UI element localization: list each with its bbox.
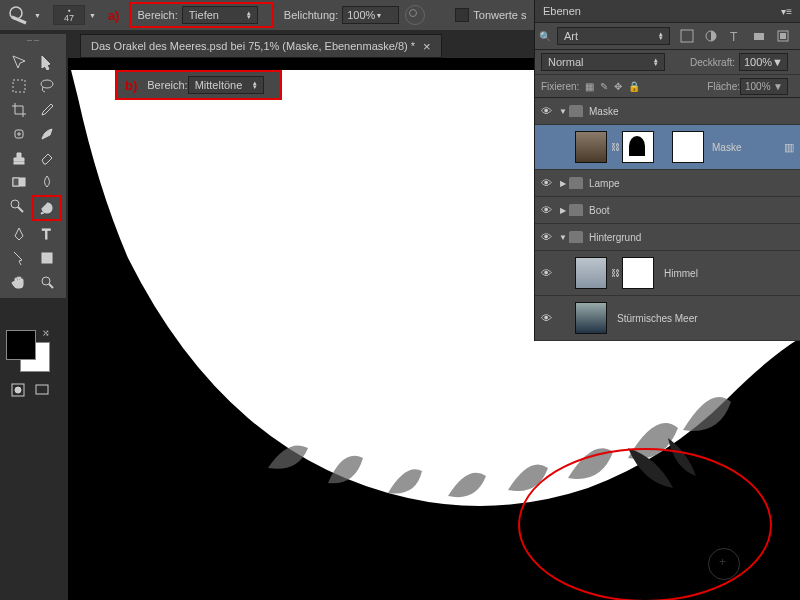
type-tool[interactable]: T: [34, 223, 60, 245]
svg-rect-16: [36, 385, 48, 394]
move-tool[interactable]: [6, 51, 32, 73]
fill-input[interactable]: 100%▼: [740, 78, 788, 95]
expand-icon[interactable]: ▼: [557, 107, 569, 116]
visibility-icon[interactable]: 👁: [535, 177, 557, 189]
expand-icon[interactable]: ▶: [557, 206, 569, 215]
visibility-icon[interactable]: 👁: [535, 267, 557, 279]
folder-icon: [569, 231, 583, 243]
layer-group[interactable]: 👁 ▶ Lampe: [535, 170, 800, 197]
move-arrow-tool[interactable]: [34, 51, 60, 73]
layer-group[interactable]: 👁 ▼ Hintergrund: [535, 224, 800, 251]
filter-adjust-icon[interactable]: [704, 29, 718, 43]
lock-trans-icon[interactable]: ▦: [585, 81, 594, 92]
svg-line-13: [49, 284, 53, 288]
shape-tool[interactable]: [34, 247, 60, 269]
filter-smart-icon[interactable]: [776, 29, 790, 43]
layer-mask-thumb[interactable]: [622, 131, 654, 163]
layer-thumb[interactable]: [575, 302, 607, 334]
svg-rect-2: [13, 80, 25, 92]
layer-mask2-thumb[interactable]: [672, 131, 704, 163]
filter-icon[interactable]: ▥: [784, 141, 794, 154]
layer-thumb[interactable]: [575, 131, 607, 163]
lock-pos-icon[interactable]: ✥: [614, 81, 622, 92]
lock-all-icon[interactable]: 🔒: [628, 81, 640, 92]
hand-tool[interactable]: [6, 271, 32, 293]
layers-panel-tab[interactable]: Ebenen ▾≡: [535, 0, 800, 23]
visibility-icon[interactable]: 👁: [535, 231, 557, 243]
layers-panel: Ebenen ▾≡ 🔍 Art▴▾ T Normal▴▾ Deckkraft: …: [534, 0, 800, 341]
layer-mask-thumb[interactable]: [622, 257, 654, 289]
range-dropdown-a[interactable]: Tiefen▴▾: [182, 6, 258, 24]
exposure-input[interactable]: 100%▼: [342, 6, 399, 24]
annotation-b-label: b): [125, 78, 137, 93]
range-highlight-b: b) Bereich: Mitteltöne▴▾: [115, 70, 282, 100]
folder-icon: [569, 204, 583, 216]
svg-rect-7: [13, 178, 19, 186]
brush-preview[interactable]: 47: [53, 5, 85, 25]
svg-point-8: [11, 200, 19, 208]
dodge-tool[interactable]: [4, 195, 30, 217]
svg-point-15: [15, 387, 21, 393]
visibility-icon[interactable]: 👁: [535, 312, 557, 324]
annotation-a-label: a): [108, 8, 120, 23]
lock-paint-icon[interactable]: ✎: [600, 81, 608, 92]
protect-tones-checkbox[interactable]: [455, 8, 469, 22]
burn-tool[interactable]: [32, 195, 62, 221]
layer-item[interactable]: ⛓ Maske ▥: [535, 125, 800, 170]
svg-rect-17: [681, 30, 693, 42]
airbrush-icon[interactable]: [405, 5, 425, 25]
folder-icon: [569, 177, 583, 189]
svg-point-12: [42, 277, 50, 285]
visibility-icon[interactable]: 👁: [535, 204, 557, 216]
layer-item[interactable]: 👁 ⛓ Himmel: [535, 251, 800, 296]
range-label: Bereich:: [137, 9, 177, 21]
lasso-tool[interactable]: [34, 75, 60, 97]
layer-thumb[interactable]: [575, 257, 607, 289]
visibility-icon[interactable]: 👁: [535, 105, 557, 117]
swap-colors-icon[interactable]: ⤭: [42, 328, 50, 338]
filter-shape-icon[interactable]: [752, 29, 766, 43]
toolbox-grip[interactable]: [0, 34, 66, 46]
svg-rect-22: [780, 33, 786, 39]
panel-menu-icon[interactable]: ▾≡: [781, 6, 792, 17]
svg-text:T: T: [42, 226, 51, 242]
protect-tones-label: Tonwerte s: [473, 9, 526, 21]
filter-type-icon[interactable]: T: [728, 29, 742, 43]
brush-tool[interactable]: [34, 123, 60, 145]
blend-mode-dropdown[interactable]: Normal▴▾: [541, 53, 665, 71]
pen-tool[interactable]: [6, 223, 32, 245]
marquee-tool[interactable]: [6, 75, 32, 97]
stamp-tool[interactable]: [6, 147, 32, 169]
document-tab[interactable]: Das Orakel des Meeres.psd bei 75,1% (Mas…: [80, 34, 442, 58]
screenmode-tool[interactable]: [31, 379, 53, 401]
quickmask-tool[interactable]: [7, 379, 29, 401]
svg-point-3: [41, 80, 53, 88]
close-tab-icon[interactable]: ×: [423, 39, 431, 54]
filter-kind-dropdown[interactable]: Art▴▾: [557, 27, 670, 45]
zoom-tool[interactable]: [34, 271, 60, 293]
color-swatch[interactable]: ⤭: [6, 330, 56, 370]
eraser-tool[interactable]: [34, 147, 60, 169]
eyedropper-tool[interactable]: [34, 99, 60, 121]
folder-icon: [569, 105, 583, 117]
exposure-label: Belichtung:: [284, 9, 338, 21]
dodge-tool-icon: [8, 5, 28, 25]
layer-item[interactable]: 👁 Stürmisches Meer: [535, 296, 800, 341]
expand-icon[interactable]: ▶: [557, 179, 569, 188]
layer-group[interactable]: 👁 ▶ Boot: [535, 197, 800, 224]
svg-text:T: T: [730, 30, 738, 43]
filter-pixel-icon[interactable]: [680, 29, 694, 43]
path-select-tool[interactable]: [6, 247, 32, 269]
brush-chevron-icon[interactable]: ▼: [89, 12, 96, 19]
opacity-input[interactable]: 100%▼: [739, 53, 788, 71]
tool-preset-chevron-icon[interactable]: ▼: [34, 12, 41, 19]
expand-icon[interactable]: ▼: [557, 233, 569, 242]
crop-tool[interactable]: [6, 99, 32, 121]
layer-group[interactable]: 👁 ▼ Maske: [535, 98, 800, 125]
range-dropdown-b[interactable]: Mitteltöne▴▾: [188, 76, 264, 94]
gradient-tool[interactable]: [6, 171, 32, 193]
blur-tool[interactable]: [34, 171, 60, 193]
foreground-color[interactable]: [6, 330, 36, 360]
document-title: Das Orakel des Meeres.psd bei 75,1% (Mas…: [91, 40, 415, 52]
healing-tool[interactable]: [6, 123, 32, 145]
